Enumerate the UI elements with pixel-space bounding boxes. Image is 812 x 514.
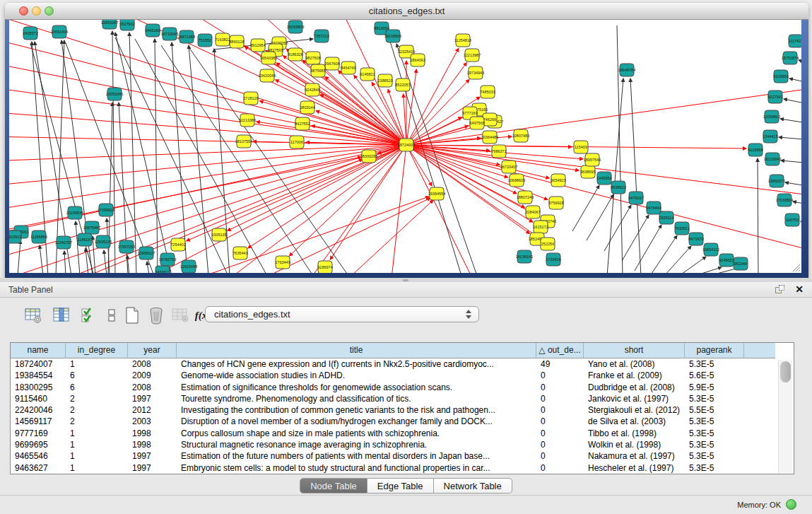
citation-edge-black[interactable] [799,60,801,64]
network-node[interactable]: 19218506 [384,30,401,42]
network-node[interactable]: 18107554 [235,135,252,148]
network-node[interactable]: 10958107 [138,247,155,259]
network-node[interactable]: 9329966 [773,70,788,83]
citation-edge-black[interactable] [112,31,115,273]
network-node[interactable]: 17957253 [118,240,135,253]
network-node[interactable]: 8427552 [295,117,310,130]
network-node[interactable]: 12923448 [180,260,197,273]
network-node[interactable]: 9875685 [310,64,325,77]
column-header-out_de[interactable]: △ out_de... [536,343,584,358]
network-node[interactable]: 7485033 [480,86,495,98]
network-node[interactable]: 746266 [483,113,497,126]
network-node[interactable]: 12213987 [464,49,481,62]
table-row[interactable]: 2242004622012Investigating the contribut… [11,404,775,416]
network-node[interactable]: 2450612 [155,266,170,273]
citation-edge-black[interactable] [604,205,631,251]
network-node[interactable]: 9146821 [360,68,375,81]
network-node[interactable]: 16720407 [500,160,517,173]
close-panel-icon[interactable]: ✕ [795,284,804,295]
network-node[interactable]: 2718126 [243,92,258,105]
citation-edge-red[interactable] [289,145,406,256]
table-vertical-scrollbar[interactable] [778,360,792,473]
network-node[interactable]: 2084067 [525,206,540,218]
network-node[interactable]: 20053346 [106,88,123,100]
citation-edge-black[interactable] [789,78,801,83]
network-node[interactable]: 952344 [734,257,748,270]
network-node[interactable]: 1440954 [596,172,611,185]
citation-edge-black[interactable] [784,99,801,105]
citation-edge-black[interactable] [135,39,267,273]
network-node[interactable]: 9245652 [719,254,734,267]
network-node[interactable]: 20364486 [481,131,498,144]
network-node[interactable]: 20691406 [51,25,68,38]
citation-edge-red[interactable] [306,145,406,273]
column-header-short[interactable]: short [584,343,685,358]
delete-rows-icon[interactable] [146,305,167,326]
network-node[interactable]: 9756928 [548,197,563,209]
citation-edge-red[interactable] [9,112,406,145]
network-node[interactable]: 6479197 [628,192,643,204]
network-node[interactable]: 7632621 [674,222,689,235]
citation-edge-red[interactable] [406,145,801,253]
row-height-icon[interactable] [101,305,122,326]
network-node[interactable]: 1145197 [77,233,92,246]
network-node[interactable]: 1527602 [119,20,134,30]
network-node[interactable]: 11254818 [454,34,471,47]
network-node[interactable]: 8938923 [611,181,625,194]
network-node[interactable]: 7254402 [170,238,185,251]
citation-edge-red[interactable] [228,145,406,230]
citation-edge-black[interactable] [801,221,801,225]
network-node[interactable]: 20206536 [66,206,83,219]
network-node[interactable]: 16648784 [618,64,635,76]
column-header-in_degree[interactable]: in_degree [66,343,128,358]
network-node[interactable]: 12505135 [95,235,112,248]
tab-network-table[interactable]: Network Table [434,478,512,493]
network-node[interactable]: 19734943 [467,66,484,79]
network-node[interactable]: 1615172 [533,221,548,233]
select-rows-icon[interactable] [78,305,99,326]
new-table-icon[interactable] [122,305,143,326]
network-node[interactable]: 9227341 [767,90,782,103]
tab-node-table[interactable]: Node Table [300,478,367,493]
table-row[interactable]: 977716911998Corpus callosum shape and si… [11,428,775,439]
scrollbar-thumb[interactable] [780,361,791,382]
network-node[interactable]: 9698695 [580,165,595,178]
citation-edge-black[interactable] [129,33,136,273]
citation-edge-black[interactable] [650,235,677,273]
network-node[interactable]: 6497568 [469,117,484,129]
column-header-pagerank[interactable]: pagerank [685,343,744,358]
citation-edge-black[interactable] [76,221,80,273]
network-node[interactable]: 7357223 [314,30,329,42]
citation-edge-black[interactable] [709,269,736,273]
network-node[interactable]: 751552 [198,34,212,47]
network-node[interactable]: 10653287 [101,20,118,29]
network-node[interactable]: 23420046 [259,69,276,82]
network-node[interactable]: 7163822 [215,33,230,46]
network-node[interactable]: 11156869 [30,230,47,243]
network-node[interactable]: 2803144 [300,101,314,114]
window-titlebar[interactable]: citations_edges.txt [5,3,808,20]
table-row[interactable]: 911546021997Tourette syndrome. Phenomeno… [11,393,775,404]
network-node[interactable]: 8186328 [288,48,302,61]
network-node[interactable]: 12342757 [55,236,72,249]
network-node[interactable]: 9654923 [551,174,565,187]
network-node[interactable]: 7986372 [491,145,506,158]
network-node[interactable]: 16671388 [178,30,195,43]
resize-grip-icon[interactable] [791,262,801,272]
network-node[interactable]: 10807483 [512,129,529,142]
network-canvas-svg[interactable]: 1872400771638228860128891295423226058982… [9,20,801,273]
network-node[interactable]: 10654112 [702,243,719,256]
network-node[interactable]: 9827508 [305,52,320,64]
network-node[interactable]: 117006 [290,136,304,148]
network-node[interactable]: 8522057 [395,78,410,91]
citation-edge-red[interactable] [259,101,406,145]
table-row[interactable]: 946554611997Estimation of the future num… [11,450,775,462]
citation-edge-black[interactable] [779,137,801,140]
citation-edge-red[interactable] [9,145,406,161]
network-node[interactable]: 7635443 [233,247,247,259]
network-node[interactable]: 2935114 [659,211,673,224]
network-node[interactable]: 10719195 [161,28,178,40]
network-node[interactable]: 13992071 [768,175,785,187]
table-settings-icon[interactable] [23,305,44,326]
memory-ok-indicator[interactable] [786,499,796,510]
